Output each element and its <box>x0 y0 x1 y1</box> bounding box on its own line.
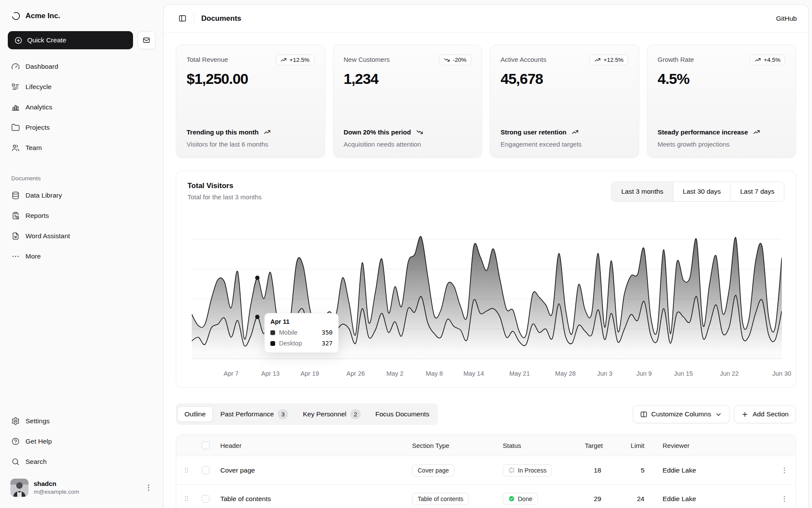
sidebar-item-more[interactable]: More <box>7 246 156 266</box>
row-limit[interactable]: 5 <box>614 466 657 474</box>
trend-badge: +12.5% <box>276 54 314 65</box>
row-header[interactable]: Table of contents <box>215 495 407 503</box>
x-axis-tick: May 14 <box>463 370 484 377</box>
sidebar-item-settings[interactable]: Settings <box>7 411 156 431</box>
visitors-chart-card: Total Visitors Total for the last 3 mont… <box>176 171 796 388</box>
x-axis-tick: Jun 30 <box>772 370 791 377</box>
chart-x-axis: Apr 7Apr 13Apr 19Apr 26May 2May 8May 14M… <box>192 369 782 380</box>
stat-card-footer-desc: Acquisition needs attention <box>344 141 472 148</box>
sidebar-item-word-assistant[interactable]: Word Assistant <box>7 226 156 246</box>
tab-past-performance[interactable]: Past Performance3 <box>213 405 295 423</box>
column-header[interactable]: Limit <box>614 442 657 449</box>
series-swatch <box>270 330 275 335</box>
user-options-icon[interactable] <box>144 483 153 492</box>
mail-icon <box>143 36 150 44</box>
tab-count-badge: 3 <box>278 409 288 419</box>
sidebar-item-dashboard[interactable]: Dashboard <box>7 56 156 77</box>
column-header[interactable]: Header <box>215 442 407 449</box>
column-header[interactable]: Reviewer <box>657 442 773 449</box>
sidebar-item-get-help[interactable]: Get Help <box>7 431 156 451</box>
stat-cards-row: Total Revenue+12.5%$1,250.00Trending up … <box>176 45 796 158</box>
row-checkbox[interactable] <box>202 466 209 474</box>
row-target[interactable]: 29 <box>580 495 614 503</box>
column-header[interactable]: Section Type <box>407 442 498 449</box>
folder-icon <box>11 123 20 132</box>
trend-up-icon <box>280 57 287 63</box>
inbox-button[interactable] <box>137 31 155 49</box>
avatar <box>10 479 29 497</box>
quick-create-button[interactable]: Quick Create <box>8 31 133 49</box>
row-header[interactable]: Cover page <box>215 466 407 474</box>
table-row[interactable]: Cover pageCover pageIn Process185Eddie L… <box>176 456 796 484</box>
sidebar-toggle-button[interactable] <box>175 11 190 26</box>
sidebar-item-analytics[interactable]: Analytics <box>7 97 156 117</box>
column-header[interactable]: Target <box>580 442 614 449</box>
sidebar-item-projects[interactable]: Projects <box>7 117 156 137</box>
org-name: Acme Inc. <box>25 12 60 20</box>
table-header-row: HeaderSection TypeStatusTargetLimitRevie… <box>176 435 796 456</box>
x-axis-tick: Jun 22 <box>720 370 739 377</box>
org-switcher[interactable]: Acme Inc. <box>7 8 156 24</box>
tooltip-date: Apr 11 <box>270 318 333 325</box>
ellipsis-icon <box>11 252 20 261</box>
github-link[interactable]: GitHub <box>776 15 797 22</box>
x-axis-tick: Apr 26 <box>346 370 365 377</box>
range-option-last-30-days[interactable]: Last 30 days <box>673 182 730 201</box>
search-icon <box>11 457 20 466</box>
tooltip-row: Desktop327 <box>270 340 333 347</box>
sidebar-item-team[interactable]: Team <box>7 137 156 158</box>
row-reviewer[interactable]: Eddie Lake <box>657 466 773 474</box>
sidebar-section-label: Documents <box>11 175 152 182</box>
drag-handle-icon[interactable] <box>176 495 196 502</box>
x-axis-tick: Jun 15 <box>674 370 693 377</box>
page-title: Documents <box>201 14 241 23</box>
gear-icon <box>11 417 20 425</box>
stat-card-label: New Customers <box>344 54 390 63</box>
sidebar-item-lifecycle[interactable]: Lifecycle <box>7 77 156 97</box>
user-menu[interactable]: shadcn m@example.com <box>7 475 156 500</box>
panel-left-icon <box>178 14 187 22</box>
area-chart-plot[interactable]: Apr 11 Mobile350Desktop327 <box>192 215 782 366</box>
users-icon <box>11 144 20 152</box>
report-icon <box>11 211 20 220</box>
column-header[interactable]: Status <box>498 442 580 449</box>
tab-focus-documents[interactable]: Focus Documents <box>368 406 436 422</box>
x-axis-tick: Jun 9 <box>637 370 652 377</box>
row-limit[interactable]: 24 <box>614 495 657 503</box>
customize-columns-button[interactable]: Customize Columns <box>633 405 730 423</box>
range-option-last-3-months[interactable]: Last 3 months <box>612 182 672 201</box>
stat-card-value: $1,250.00 <box>187 70 314 87</box>
done-icon <box>508 495 515 502</box>
stat-card-label: Active Accounts <box>501 54 546 63</box>
sidebar-item-reports[interactable]: Reports <box>7 205 156 226</box>
x-axis-tick: Apr 19 <box>301 370 319 377</box>
table-row[interactable]: Table of contentsTable of contentsDone29… <box>176 484 796 508</box>
row-reviewer[interactable]: Eddie Lake <box>657 495 773 503</box>
sections-table: HeaderSection TypeStatusTargetLimitRevie… <box>176 435 796 508</box>
lifecycle-icon <box>11 83 20 91</box>
row-target[interactable]: 18 <box>580 466 614 474</box>
row-menu-icon[interactable] <box>773 466 796 474</box>
stat-card-active-accounts: Active Accounts+12.5%45,678Strong user r… <box>490 45 639 158</box>
row-checkbox[interactable] <box>202 495 209 503</box>
trend-down-icon <box>444 57 450 63</box>
x-axis-tick: Apr 13 <box>261 370 280 377</box>
tabs-list: OutlinePast Performance3Key Personnel2Fo… <box>176 403 438 425</box>
tab-outline[interactable]: Outline <box>178 406 213 422</box>
sidebar-item-data-library[interactable]: Data Library <box>7 185 156 205</box>
drag-handle-icon[interactable] <box>176 466 196 474</box>
stat-card-value: 1,234 <box>344 70 472 87</box>
database-icon <box>11 191 20 200</box>
stat-card-footer-desc: Meets growth projections <box>658 141 786 148</box>
trend-up-icon <box>594 57 601 63</box>
trend-badge: +4.5% <box>750 54 785 65</box>
status-badge: In Process <box>503 464 552 476</box>
select-all-checkbox[interactable] <box>202 441 209 449</box>
range-option-last-7-days[interactable]: Last 7 days <box>730 182 784 201</box>
sidebar-item-search[interactable]: Search <box>7 451 156 472</box>
add-section-button[interactable]: Add Section <box>734 405 796 423</box>
x-axis-tick: May 21 <box>509 370 530 377</box>
row-menu-icon[interactable] <box>773 495 796 503</box>
word-icon <box>11 232 20 240</box>
tab-key-personnel[interactable]: Key Personnel2 <box>296 405 368 423</box>
